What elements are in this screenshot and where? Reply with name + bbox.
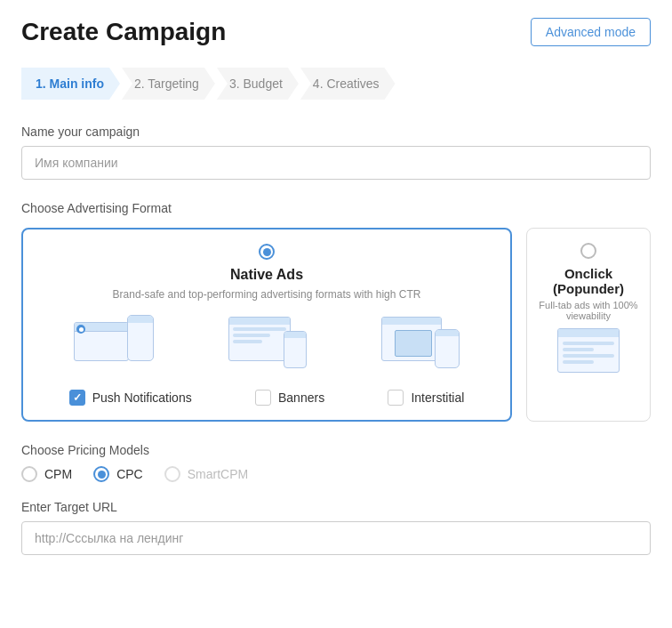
native-ads-desc: Brand-safe and top-performing advertisin… [37, 288, 496, 301]
advanced-mode-button[interactable]: Advanced mode [531, 18, 651, 46]
cpc-radio[interactable] [93, 466, 109, 482]
push-notifications-sub-format [65, 315, 163, 377]
step-targeting[interactable]: 2. Targeting [122, 68, 215, 100]
cpm-radio[interactable] [21, 466, 37, 482]
push-notifications-checkbox-item[interactable]: Push Notifications [69, 390, 192, 406]
cpm-label: CPM [44, 467, 72, 481]
step-budget[interactable]: 3. Budget [217, 68, 299, 100]
sub-format-checkboxes: Push Notifications Banners Interstitial [37, 390, 496, 406]
interstitial-sub-format [371, 315, 468, 377]
advertising-format-label: Choose Advertising Format [21, 201, 651, 215]
banners-icon [227, 315, 307, 368]
smartcpm-option: SmartCPM [164, 466, 248, 482]
push-notifications-checkbox[interactable] [69, 390, 85, 406]
step-creatives[interactable]: 4. Creatives [300, 68, 396, 100]
onclick-icon [553, 328, 624, 378]
onclick-card[interactable]: Onclick (Popunder) Full-tab ads with 100… [526, 228, 651, 422]
interstitial-checkbox-item[interactable]: Interstitial [388, 390, 464, 406]
cpc-option[interactable]: CPC [93, 466, 143, 482]
step-main-info[interactable]: 1. Main info [21, 68, 120, 100]
interstitial-checkbox-label: Interstitial [411, 390, 464, 405]
target-url-section: Enter Target URL [21, 500, 651, 555]
banners-checkbox-item[interactable]: Banners [255, 390, 324, 406]
pricing-options-row: CPM CPC SmartCPM [21, 466, 651, 482]
smartcpm-label: SmartCPM [188, 467, 248, 481]
banners-sub-format [218, 315, 316, 377]
native-ads-radio[interactable] [259, 244, 275, 260]
banners-checkbox-label: Banners [278, 390, 324, 405]
sub-formats-row [37, 315, 496, 377]
native-ads-title: Native Ads [37, 267, 496, 283]
campaign-name-input[interactable] [21, 146, 651, 180]
target-url-input[interactable] [21, 521, 651, 555]
pricing-models-section: Choose Pricing Models CPM CPC SmartCPM [21, 443, 651, 482]
format-cards-container: Native Ads Brand-safe and top-performing… [21, 228, 651, 422]
cpc-label: CPC [116, 467, 143, 481]
campaign-name-label: Name your campaign [21, 125, 651, 139]
steps-bar: 1. Main info 2. Targeting 3. Budget 4. C… [21, 68, 651, 100]
banners-checkbox[interactable] [255, 390, 271, 406]
target-url-label: Enter Target URL [21, 500, 651, 514]
push-notifications-checkbox-label: Push Notifications [92, 390, 192, 405]
campaign-name-section: Name your campaign [21, 125, 651, 201]
onclick-radio[interactable] [580, 243, 596, 259]
cpm-option[interactable]: CPM [21, 466, 72, 482]
smartcpm-radio [164, 466, 180, 482]
onclick-title: Onclick (Popunder) [553, 266, 624, 296]
page-title: Create Campaign [21, 18, 226, 46]
page-header: Create Campaign Advanced mode [21, 18, 651, 46]
interstitial-icon [380, 315, 460, 368]
push-notifications-icon [74, 315, 154, 368]
native-ads-card[interactable]: Native Ads Brand-safe and top-performing… [21, 228, 512, 422]
pricing-models-label: Choose Pricing Models [21, 443, 651, 457]
interstitial-checkbox[interactable] [388, 390, 404, 406]
advertising-format-section: Choose Advertising Format Native Ads Bra… [21, 201, 651, 422]
onclick-desc: Full-tab ads with 100% viewability [538, 300, 639, 321]
